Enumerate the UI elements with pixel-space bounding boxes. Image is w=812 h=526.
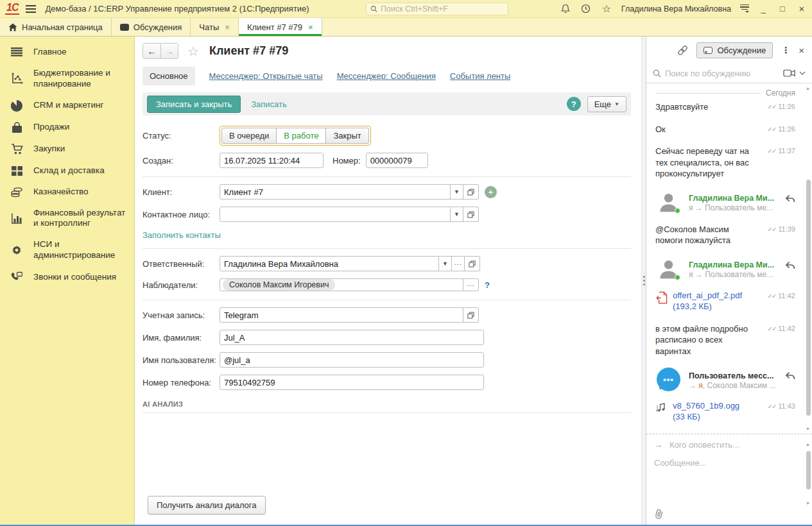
contact-person-input[interactable] — [220, 207, 451, 222]
phone-icon — [10, 271, 24, 283]
link-icon[interactable] — [677, 45, 688, 56]
status-option-closed[interactable]: Закрыт — [326, 128, 368, 144]
reply-icon[interactable] — [784, 194, 795, 203]
dropdown-button[interactable]: ▼ — [439, 256, 452, 271]
choose-button[interactable]: ... — [452, 256, 465, 271]
reply-icon[interactable] — [784, 371, 795, 380]
current-user-name[interactable]: Гладилина Вера Михайловна — [621, 4, 731, 13]
maximize-button[interactable]: □ — [777, 4, 788, 13]
sidebar-item-admin[interactable]: НСИ и администрирование — [0, 234, 119, 266]
sidebar-item-warehouse[interactable]: Склад и доставка — [0, 160, 134, 182]
choose-button[interactable]: ... — [463, 278, 479, 291]
tab-close-icon[interactable]: × — [308, 22, 313, 32]
sender-name[interactable]: Гладилина Вера Ми... — [689, 260, 774, 269]
tab-close-icon[interactable]: × — [225, 22, 230, 32]
sidebar-item-purchases[interactable]: Закупки — [0, 139, 134, 160]
save-close-button[interactable]: Записать и закрыть — [147, 96, 241, 113]
divider — [143, 300, 631, 300]
scrollbar-thumb[interactable] — [806, 451, 811, 489]
minimize-button[interactable]: _ — [758, 4, 768, 13]
global-search-input[interactable] — [381, 4, 504, 13]
panel-close-icon[interactable]: × — [799, 45, 804, 56]
main-menu-icon[interactable] — [26, 5, 36, 13]
sidebar-item-calls[interactable]: Звонки и сообщения — [0, 266, 134, 288]
video-call-icon[interactable] — [783, 69, 795, 77]
favorites-star-icon[interactable]: ☆ — [601, 3, 612, 15]
sidebar-item-sales[interactable]: Продажи — [0, 117, 134, 139]
attachment-link[interactable]: v8_5760_1b9.ogg (33 КБ) — [673, 401, 748, 423]
open-button[interactable] — [465, 256, 480, 271]
reply-icon[interactable] — [784, 261, 795, 269]
sender-name[interactable]: Пользователь месс... — [689, 371, 773, 380]
tab-chats[interactable]: Чаты × — [191, 18, 239, 36]
created-input[interactable] — [220, 153, 324, 168]
form-tab-messages[interactable]: Мессенджер: Сообщения — [337, 71, 436, 81]
history-icon[interactable] — [580, 3, 592, 15]
add-client-button[interactable]: + — [485, 186, 497, 198]
dropdown-button[interactable]: ▼ — [451, 207, 463, 222]
status-option-inwork[interactable]: В работе — [277, 128, 326, 144]
open-button[interactable] — [463, 307, 479, 323]
fill-contacts-link[interactable]: Заполнить контакты — [143, 230, 221, 240]
messenger-avatar[interactable]: ••• — [657, 368, 680, 391]
home-icon — [8, 23, 17, 31]
analyze-dialog-button[interactable]: Получить анализ диалога — [148, 496, 266, 514]
responsible-input[interactable] — [220, 256, 439, 271]
open-link-icon — [469, 260, 476, 267]
form-tab-main[interactable]: Основное — [143, 67, 195, 85]
notifications-bell-icon[interactable] — [560, 3, 571, 15]
attach-paperclip-icon[interactable] — [654, 508, 664, 520]
chevron-down-icon[interactable] — [799, 71, 806, 75]
sidebar-item-budgeting[interactable]: Бюджетирование и планирование — [0, 63, 125, 95]
responsible-label: Ответственный: — [143, 259, 220, 269]
form-tab-open-chats[interactable]: Мессенджер: Открытые чаты — [209, 71, 323, 81]
user-avatar[interactable] — [657, 191, 680, 214]
open-button[interactable] — [463, 184, 479, 199]
gear-icon — [10, 244, 24, 256]
attachment-link[interactable]: offert_ai_pdf_2.pdf (193,2 КБ) — [673, 291, 748, 312]
status-option-queued[interactable]: В очереди — [221, 128, 277, 144]
dropdown-button[interactable]: ▼ — [451, 184, 463, 199]
sidebar-item-main[interactable]: Главное — [0, 42, 134, 63]
open-button[interactable] — [463, 207, 479, 222]
sidebar-item-crm[interactable]: CRM и маркетинг — [0, 95, 134, 117]
panel-splitter[interactable] — [641, 37, 646, 525]
username-input[interactable] — [220, 352, 484, 368]
sender-name[interactable]: Гладилина Вера Ми... — [689, 194, 774, 203]
user-avatar[interactable] — [657, 257, 680, 281]
observers-help-link[interactable]: ? — [485, 280, 490, 290]
discussion-search-input[interactable] — [665, 69, 779, 78]
scrollbar-thumb[interactable] — [806, 180, 811, 416]
forward-button[interactable]: → — [160, 44, 178, 58]
observers-field[interactable]: Соколов Максим Игоревич — [220, 278, 463, 291]
notify-input[interactable] — [669, 440, 798, 450]
save-link[interactable]: Записать — [251, 99, 287, 109]
tab-client[interactable]: Клиент #7 #79 × — [239, 18, 322, 36]
close-button[interactable]: × — [797, 4, 807, 13]
scroll-down-icon[interactable]: ▼ — [806, 427, 810, 431]
phone-input[interactable] — [220, 375, 484, 390]
account-input[interactable] — [220, 307, 463, 323]
more-button[interactable]: Еще▼ — [587, 96, 626, 112]
form-tab-feed-events[interactable]: События ленты — [450, 71, 511, 81]
sidebar-item-finance[interactable]: Финансовый результат и контроллинг — [0, 203, 132, 235]
help-button[interactable]: ? — [567, 97, 581, 111]
client-input[interactable] — [220, 184, 451, 199]
full-name-input[interactable] — [220, 330, 484, 345]
tab-home[interactable]: Начальная страница — [0, 18, 112, 36]
discussion-toggle-button[interactable]: Обсуждение — [696, 42, 773, 58]
service-menu-icon[interactable] — [740, 3, 749, 15]
read-receipt-icon: ✓✓ — [768, 293, 776, 300]
scroll-up-icon[interactable]: ▲ — [806, 86, 810, 90]
favorite-star-icon[interactable]: ☆ — [187, 44, 199, 59]
message-input[interactable] — [654, 458, 798, 468]
scroll-up-icon[interactable]: ▲ — [806, 442, 810, 446]
panel-menu-icon[interactable]: ⋮ — [781, 45, 790, 55]
scroll-down-icon[interactable]: ▼ — [806, 501, 810, 505]
number-input[interactable] — [366, 153, 428, 168]
observer-chip[interactable]: Соколов Максим Игоревич — [223, 279, 335, 291]
sidebar-item-treasury[interactable]: Казначейство — [0, 182, 134, 203]
back-button[interactable]: ← — [143, 44, 160, 58]
global-search[interactable] — [366, 3, 508, 15]
tab-discussions[interactable]: Обсуждения — [112, 18, 191, 36]
